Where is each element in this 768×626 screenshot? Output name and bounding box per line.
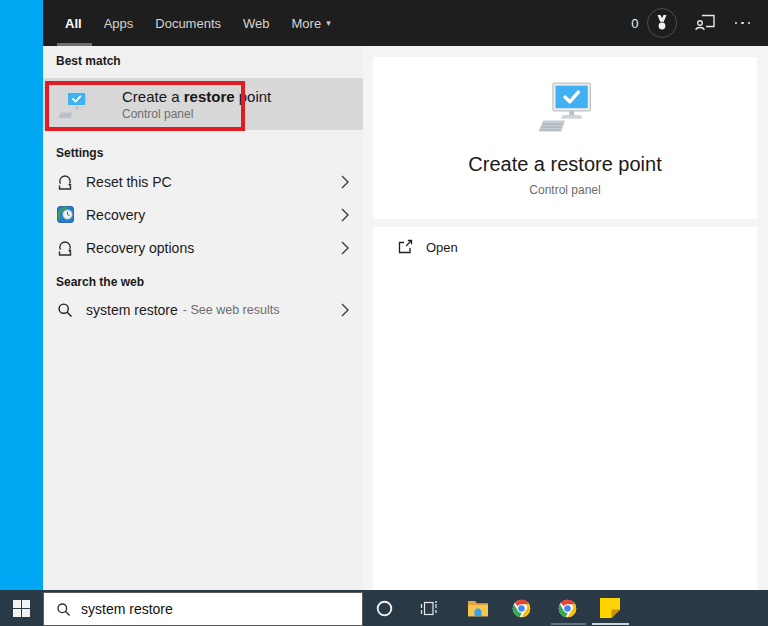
taskbar-search-box[interactable] [43, 592, 363, 626]
tab-apps-label: Apps [104, 16, 134, 31]
taskbar-search-input[interactable] [81, 601, 311, 617]
header-actions: 0 [631, 8, 752, 38]
preview-subtitle: Control panel [373, 183, 757, 197]
tab-apps[interactable]: Apps [104, 0, 134, 46]
tab-more-label: More [292, 16, 322, 31]
result-recovery-options[interactable]: Recovery options [43, 231, 363, 264]
taskbar [0, 590, 768, 626]
best-match-section-header: Best match [56, 54, 121, 68]
preview-title: Create a restore point [373, 153, 757, 176]
tab-all-label: All [65, 16, 82, 31]
reset-icon [56, 173, 74, 191]
cortana-icon [376, 600, 393, 617]
search-web-section-header: Search the web [56, 275, 144, 289]
search-icon [56, 301, 74, 319]
reset-icon [56, 239, 74, 257]
chrome-icon [511, 598, 532, 619]
task-view-button[interactable] [407, 590, 449, 626]
open-external-icon [397, 239, 413, 255]
result-recovery[interactable]: Recovery [43, 198, 363, 231]
user-account-icon[interactable] [694, 12, 716, 35]
cortana-button[interactable] [363, 590, 405, 626]
search-icon [56, 602, 71, 617]
rewards-count: 0 [631, 16, 638, 31]
search-header: All Apps Documents Web More ▾ 0 [43, 0, 768, 46]
chevron-right-icon [341, 241, 349, 255]
chevron-right-icon [341, 303, 349, 317]
system-restore-icon-large [536, 77, 594, 135]
file-explorer-button[interactable] [457, 590, 499, 626]
tab-web-label: Web [243, 16, 270, 31]
chevron-right-icon [341, 175, 349, 189]
sticky-notes-button[interactable] [589, 590, 631, 626]
preview-panel: Create a restore point Control panel Ope… [363, 46, 768, 590]
tab-documents-label: Documents [155, 16, 221, 31]
chevron-down-icon: ▾ [326, 18, 331, 28]
sticky-notes-icon [600, 598, 620, 618]
chevron-right-icon [341, 208, 349, 222]
more-options-icon[interactable] [733, 18, 753, 29]
start-button[interactable] [0, 590, 43, 626]
search-tabs: All Apps Documents Web More ▾ [65, 0, 353, 46]
chrome-running-indicator [551, 623, 586, 625]
result-label: Recovery [86, 207, 145, 223]
preview-card: Create a restore point Control panel [373, 57, 757, 219]
windows-logo-icon [13, 600, 30, 617]
open-action[interactable]: Open [373, 227, 757, 267]
web-query: system restore [86, 302, 178, 318]
open-action-label: Open [426, 240, 458, 255]
best-match-title: Create a restore point [122, 88, 271, 105]
chrome-icon [557, 598, 578, 619]
result-reset-this-pc[interactable]: Reset this PC [43, 165, 363, 198]
rewards-medal-icon [647, 8, 677, 38]
result-web-search[interactable]: system restore - See web results [43, 293, 363, 327]
tab-documents[interactable]: Documents [155, 0, 221, 46]
best-match-subtitle: Control panel [122, 107, 271, 121]
tab-more[interactable]: More ▾ [292, 0, 331, 46]
sticky-notes-running-indicator [592, 623, 629, 625]
web-suffix: - See web results [183, 303, 280, 317]
result-label: Reset this PC [86, 174, 172, 190]
tab-all[interactable]: All [65, 0, 82, 46]
system-restore-icon [57, 88, 89, 120]
rewards-badge[interactable]: 0 [631, 8, 676, 38]
chrome-button-running[interactable] [546, 590, 588, 626]
search-flyout: All Apps Documents Web More ▾ 0 [43, 0, 768, 590]
recovery-icon [56, 206, 74, 224]
chrome-button[interactable] [500, 590, 542, 626]
tab-web[interactable]: Web [243, 0, 270, 46]
file-explorer-icon [467, 599, 489, 617]
task-view-icon [419, 600, 438, 617]
results-panel: Best match Create a restore point Contro… [43, 46, 363, 590]
result-label: Recovery options [86, 240, 194, 256]
settings-section-header: Settings [56, 146, 103, 160]
best-match-result[interactable]: Create a restore point Control panel [43, 78, 363, 130]
actions-card: Open [373, 227, 757, 590]
